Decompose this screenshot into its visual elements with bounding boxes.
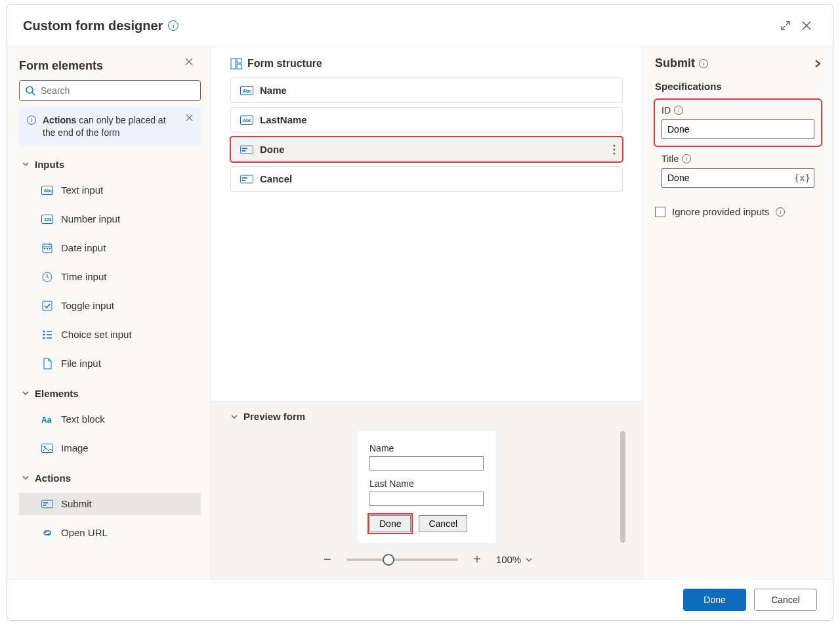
chevron-right-icon[interactable] <box>814 59 821 68</box>
sidebar-item-text-block[interactable]: AaText block <box>19 408 201 430</box>
info-icon[interactable]: i <box>674 106 683 115</box>
title-input[interactable] <box>662 168 814 188</box>
sidebar-item-label: Date input <box>61 242 106 253</box>
chevron-down-icon <box>22 389 30 397</box>
search-field[interactable] <box>41 85 195 96</box>
cancel-button[interactable]: Cancel <box>754 589 817 611</box>
zoom-out-button[interactable]: − <box>320 552 335 567</box>
close-icon[interactable] <box>796 15 817 36</box>
svg-point-11 <box>43 330 45 332</box>
sidebar-item-submit[interactable]: Submit <box>19 493 201 515</box>
sidebar-item-label: Choice set input <box>61 329 132 340</box>
calendar-icon <box>41 242 53 254</box>
sidebar-item-number-input[interactable]: 123Number input <box>19 208 201 230</box>
checkbox-icon <box>41 300 53 312</box>
submit-icon <box>240 144 253 155</box>
id-field-block: IDi <box>655 100 821 146</box>
ignore-inputs-label: Ignore provided inputs <box>672 206 769 217</box>
info-icon[interactable]: i <box>682 154 691 163</box>
sidebar-item-label: Number input <box>61 213 120 224</box>
svg-rect-20 <box>231 58 236 69</box>
structure-row-cancel[interactable]: Cancel <box>230 166 623 192</box>
title-label: Title <box>662 154 679 164</box>
svg-rect-8 <box>49 248 51 249</box>
chevron-down-icon <box>22 160 30 168</box>
kebab-menu-icon[interactable] <box>613 144 616 155</box>
ignore-inputs-checkbox[interactable] <box>655 207 665 217</box>
structure-row-done[interactable]: Done <box>230 136 623 162</box>
svg-text:Abc: Abc <box>243 118 251 123</box>
sidebar-item-open-url[interactable]: Open URL <box>19 522 201 544</box>
sidebar-item-file-input[interactable]: File input <box>19 352 201 375</box>
row-label: Name <box>260 85 287 96</box>
chevron-down-icon[interactable] <box>525 556 533 564</box>
section-label: Actions <box>35 472 71 484</box>
search-input[interactable] <box>19 80 201 101</box>
section-label: Elements <box>35 388 79 399</box>
close-icon[interactable] <box>185 58 201 74</box>
expand-icon[interactable] <box>775 15 796 36</box>
preview-name-input[interactable] <box>369 456 484 471</box>
svg-rect-28 <box>242 148 247 149</box>
svg-point-13 <box>43 337 45 339</box>
svg-rect-34 <box>242 177 247 178</box>
close-icon[interactable] <box>186 114 193 121</box>
sidebar-item-image[interactable]: Image <box>19 437 201 459</box>
text-input-icon: Abc <box>240 115 253 125</box>
sidebar-item-time-input[interactable]: Time input <box>19 266 201 288</box>
svg-point-32 <box>614 152 616 154</box>
notice-bold: Actions <box>43 115 76 125</box>
preview-scrollbar[interactable] <box>619 431 625 547</box>
sidebar-item-label: Submit <box>61 498 92 509</box>
svg-text:Abc: Abc <box>243 89 251 93</box>
svg-rect-33 <box>240 175 253 183</box>
text-input-icon: Abc <box>240 85 253 96</box>
svg-text:Abc: Abc <box>44 188 52 193</box>
structure-row-name[interactable]: AbcName <box>230 77 623 103</box>
row-label: Cancel <box>260 173 292 184</box>
preview-cancel-button[interactable]: Cancel <box>419 515 467 532</box>
chevron-down-icon <box>22 474 30 482</box>
section-elements[interactable]: Elements <box>19 381 201 402</box>
structure-row-lastname[interactable]: AbcLastName <box>230 107 623 133</box>
left-panel-title: Form elements <box>19 59 185 73</box>
preview-title: Preview form <box>243 411 305 422</box>
zoom-in-button[interactable]: + <box>470 552 484 567</box>
svg-rect-27 <box>240 146 253 154</box>
info-icon[interactable]: i <box>699 59 708 68</box>
token-icon[interactable]: {x} <box>794 173 810 183</box>
svg-text:123: 123 <box>44 217 52 222</box>
svg-rect-19 <box>43 505 47 506</box>
specifications-title: Specifications <box>655 81 821 92</box>
done-button[interactable]: Done <box>683 589 746 611</box>
zoom-slider[interactable] <box>346 558 458 561</box>
sidebar-item-choice-set-input[interactable]: Choice set input <box>19 324 201 346</box>
svg-point-12 <box>43 333 45 335</box>
svg-rect-10 <box>43 301 52 310</box>
info-icon[interactable]: i <box>776 207 785 217</box>
section-actions[interactable]: Actions <box>19 466 201 486</box>
sidebar-item-label: Text input <box>61 184 103 196</box>
text-icon: Aa <box>41 413 53 425</box>
section-inputs[interactable]: Inputs <box>19 152 201 173</box>
info-icon: i <box>27 116 36 125</box>
id-input[interactable] <box>662 119 814 139</box>
structure-title: Form structure <box>247 58 322 70</box>
svg-point-0 <box>26 87 33 93</box>
sidebar-item-toggle-input[interactable]: Toggle input <box>19 295 201 317</box>
svg-point-16 <box>44 446 46 448</box>
svg-rect-6 <box>44 248 45 249</box>
dialog-title: Custom form designer <box>23 18 163 33</box>
file-icon <box>41 358 53 369</box>
image-icon <box>41 442 53 454</box>
id-label: ID <box>662 105 671 116</box>
preview-lastname-input[interactable] <box>369 492 484 506</box>
submit-icon <box>240 174 253 184</box>
text-input-icon: Abc <box>41 184 53 196</box>
preview-header[interactable]: Preview form <box>230 411 623 422</box>
preview-done-button[interactable]: Done <box>369 515 411 532</box>
info-icon[interactable]: i <box>168 20 178 31</box>
sidebar-item-text-input[interactable]: AbcText input <box>19 179 201 201</box>
sidebar-item-label: File input <box>61 358 101 369</box>
sidebar-item-date-input[interactable]: Date input <box>19 237 201 259</box>
